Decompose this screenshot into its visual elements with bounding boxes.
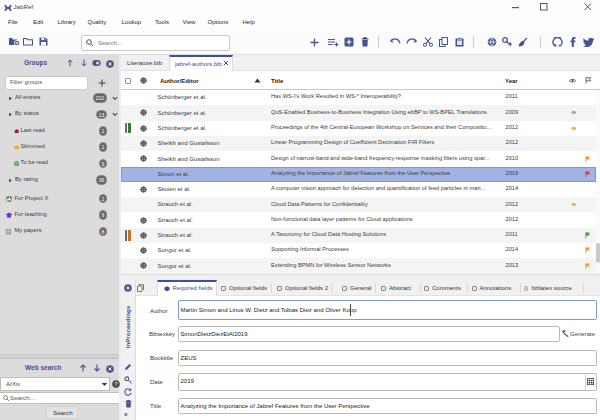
svg-text:?: ? bbox=[114, 381, 117, 387]
